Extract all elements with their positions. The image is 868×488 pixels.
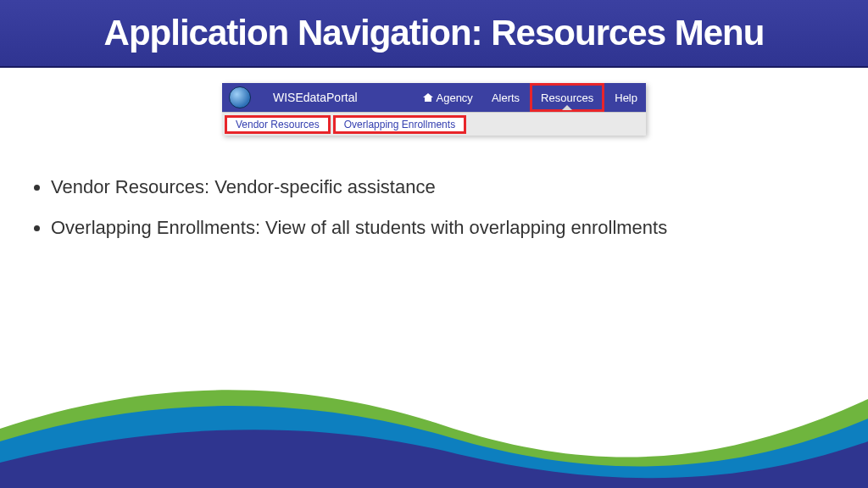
app-top-bar: WISEdataPortal Agency Alerts Resources H…: [222, 83, 646, 112]
home-icon: [423, 93, 433, 102]
nav-resources[interactable]: Resources: [530, 83, 604, 112]
nav-alerts[interactable]: Alerts: [483, 83, 528, 112]
nav-items: Agency Alerts Resources Help: [415, 83, 647, 112]
slide-title-bar: Application Navigation: Resources Menu: [0, 0, 868, 68]
app-nav-screenshot: WISEdataPortal Agency Alerts Resources H…: [222, 83, 646, 136]
nav-help-label: Help: [615, 92, 637, 104]
bullet-2: Overlapping Enrollments: View of all stu…: [51, 210, 868, 246]
globe-icon: [229, 86, 251, 108]
sub-overlap-label: Overlapping Enrollments: [344, 119, 455, 130]
slide-title: Application Navigation: Resources Menu: [104, 13, 765, 53]
bullet-list: Vendor Resources: Vendor-specific assist…: [51, 169, 868, 246]
nav-agency[interactable]: Agency: [415, 83, 481, 112]
sub-bar: Vendor Resources Overlapping Enrollments: [222, 112, 646, 136]
nav-resources-label: Resources: [541, 92, 593, 104]
nav-alerts-label: Alerts: [492, 92, 520, 104]
sub-vendor-label: Vendor Resources: [236, 119, 320, 130]
portal-name: WISEdataPortal: [273, 91, 358, 104]
wave-footer: [0, 352, 868, 488]
sub-vendor-resources[interactable]: Vendor Resources: [225, 115, 331, 134]
nav-help[interactable]: Help: [606, 83, 646, 112]
sub-overlapping-enrollments[interactable]: Overlapping Enrollments: [333, 115, 466, 134]
bullet-1: Vendor Resources: Vendor-specific assist…: [51, 169, 868, 205]
nav-agency-label: Agency: [437, 92, 473, 104]
